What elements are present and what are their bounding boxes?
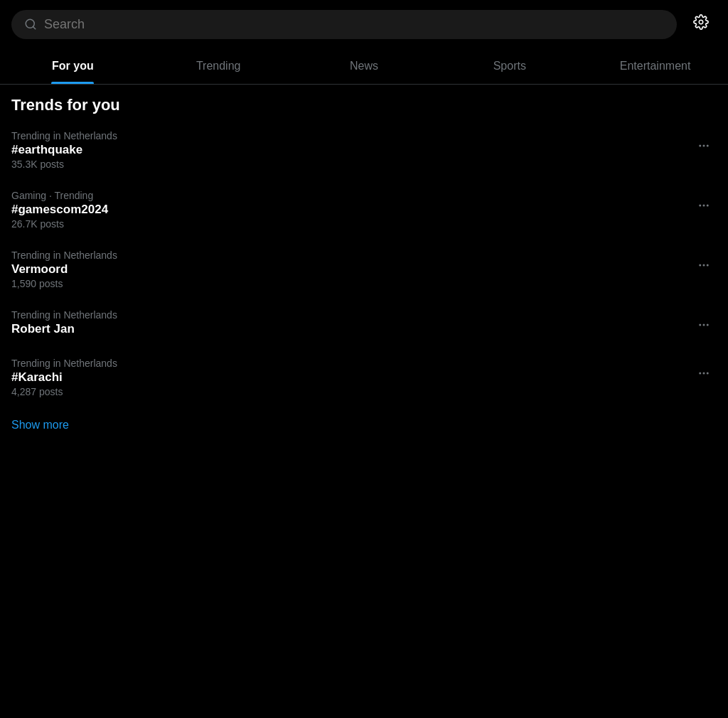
svg-point-14	[707, 324, 709, 326]
svg-point-15	[699, 373, 701, 375]
trend-category: Trending in Netherlands	[11, 358, 691, 369]
tab-for-you[interactable]: For you	[0, 48, 146, 84]
tab-entertainment[interactable]: Entertainment	[582, 48, 728, 84]
show-more-button[interactable]: Show more	[11, 407, 69, 443]
trend-content: Trending in NetherlandsVermoord1,590 pos…	[11, 250, 691, 289]
svg-point-2	[699, 20, 703, 24]
tab-news[interactable]: News	[291, 48, 437, 84]
trend-posts: 35.3K posts	[11, 159, 691, 170]
trend-category: Gaming · Trending	[11, 190, 691, 201]
trend-name: #gamescom2024	[11, 203, 691, 217]
trend-more-button[interactable]	[691, 360, 717, 386]
trend-category: Trending in Netherlands	[11, 309, 691, 321]
section-title: Trends for you	[11, 85, 717, 120]
gear-icon	[693, 14, 709, 34]
trend-name: #Karachi	[11, 370, 691, 385]
tabs-container: For you Trending News Sports Entertainme…	[0, 48, 728, 85]
svg-point-5	[707, 145, 709, 147]
settings-button[interactable]	[685, 9, 717, 40]
search-input[interactable]	[44, 17, 664, 32]
trend-content: Trending in Netherlands#earthquake35.3K …	[11, 130, 691, 170]
tab-trending[interactable]: Trending	[146, 48, 291, 84]
svg-line-1	[33, 26, 35, 28]
search-bar[interactable]	[11, 10, 677, 39]
trend-content: Trending in Netherlands#Karachi4,287 pos…	[11, 358, 691, 397]
svg-point-12	[699, 324, 701, 326]
svg-point-17	[707, 373, 709, 375]
trend-posts: 4,287 posts	[11, 386, 691, 397]
trend-item[interactable]: Trending in NetherlandsRobert Jan	[11, 299, 717, 348]
trend-name: Robert Jan	[11, 322, 691, 336]
svg-point-4	[703, 145, 705, 147]
search-icon	[24, 18, 37, 31]
main-content: Trends for you Trending in Netherlands#e…	[0, 85, 728, 443]
trend-category: Trending in Netherlands	[11, 250, 691, 261]
trend-name: Vermoord	[11, 262, 691, 277]
svg-point-11	[707, 264, 709, 267]
trend-content: Trending in NetherlandsRobert Jan	[11, 309, 691, 338]
trend-more-button[interactable]	[691, 252, 717, 278]
svg-point-7	[703, 205, 705, 207]
trend-category: Trending in Netherlands	[11, 130, 691, 141]
tab-sports[interactable]: Sports	[437, 48, 582, 84]
svg-point-3	[699, 145, 701, 147]
trend-item[interactable]: Trending in NetherlandsVermoord1,590 pos…	[11, 240, 717, 299]
svg-point-8	[707, 205, 709, 207]
trend-item[interactable]: Trending in Netherlands#Karachi4,287 pos…	[11, 348, 717, 407]
trend-more-button[interactable]	[691, 312, 717, 338]
svg-point-13	[703, 324, 705, 326]
trend-content: Gaming · Trending#gamescom202426.7K post…	[11, 190, 691, 230]
trend-more-button[interactable]	[691, 193, 717, 218]
trend-more-button[interactable]	[691, 133, 717, 159]
trend-item[interactable]: Trending in Netherlands#earthquake35.3K …	[11, 120, 717, 180]
search-bar-container	[0, 0, 728, 48]
trend-name: #earthquake	[11, 143, 691, 157]
svg-point-9	[699, 264, 701, 267]
trend-item[interactable]: Gaming · Trending#gamescom202426.7K post…	[11, 180, 717, 240]
svg-point-16	[703, 373, 705, 375]
svg-point-6	[699, 205, 701, 207]
trends-list: Trending in Netherlands#earthquake35.3K …	[11, 120, 717, 407]
svg-point-10	[703, 264, 705, 267]
trend-posts: 1,590 posts	[11, 278, 691, 289]
trend-posts: 26.7K posts	[11, 218, 691, 230]
